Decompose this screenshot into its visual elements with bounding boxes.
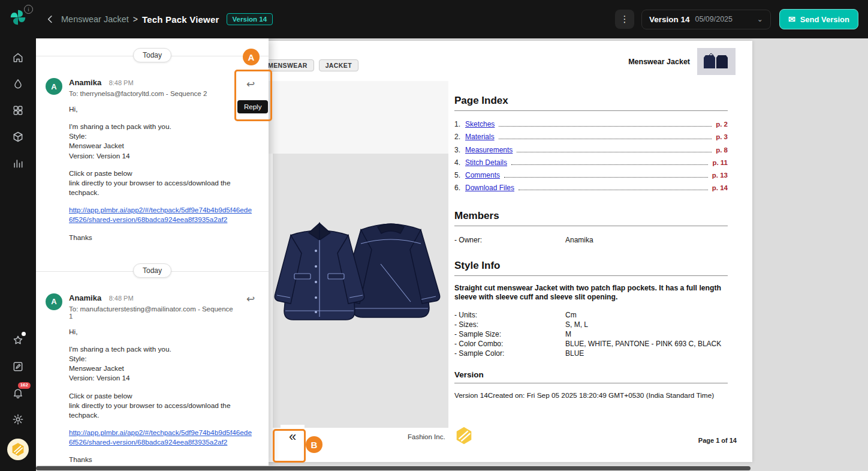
workspace-brand-logo[interactable] xyxy=(7,439,29,460)
top-header: Menswear Jacket > Tech Pack Viewer Versi… xyxy=(36,0,868,38)
materials-icon[interactable] xyxy=(7,73,29,95)
footer-company-name: Fashion Inc. xyxy=(408,433,445,440)
back-button[interactable] xyxy=(42,11,59,28)
send-version-button[interactable]: ✉ Send Version xyxy=(779,9,858,29)
page-indicator: Page 1 of 14 xyxy=(698,437,737,444)
techpack-document-page: MENSWEAR JACKET Menswear Jacket xyxy=(228,41,752,462)
page-index-row: 1. Sketches p. 2 xyxy=(454,120,728,133)
version-dropdown[interactable]: Version 14 05/09/2025 ⌄ xyxy=(641,10,771,29)
email-recipient: To: therrynelsa@factoryltd.com - Sequenc… xyxy=(69,90,237,97)
version-created-text: Version 14Created on: Fri Sep 05 2025 18… xyxy=(454,391,728,400)
owner-row: - Owner: Anamika xyxy=(454,235,728,245)
tag-list: MENSWEAR JACKET xyxy=(261,59,358,71)
index-link-stitch-details[interactable]: Stitch Details xyxy=(465,158,507,167)
email-body: Hi, I'm sharing a tech pack with you. St… xyxy=(69,104,255,242)
email-closing: Thanks xyxy=(69,233,255,242)
reply-icon: ↩ xyxy=(246,293,255,305)
email-paragraph: I'm sharing a tech pack with you. Style:… xyxy=(69,344,255,383)
style-field-row: - Color Combo: BLUE, WHITE, PANTONE - PI… xyxy=(454,339,728,349)
settings-gear-icon[interactable] xyxy=(7,408,29,431)
style-field-row: - Sample Color: BLUE xyxy=(454,349,728,358)
style-description: Straight cut menswear Jacket with two pa… xyxy=(454,284,728,302)
version-badge: Version 14 xyxy=(227,13,273,25)
email-recipient: To: manufacturerstesting@mailinator.com … xyxy=(69,305,237,320)
email-item: A Anamika 8:48 PM To: therrynelsa@factor… xyxy=(36,66,269,254)
jacket-sketch-image xyxy=(273,154,448,428)
notes-icon[interactable] xyxy=(7,355,29,378)
version-dropdown-date: 05/09/2025 xyxy=(695,15,733,23)
horizontal-scrollbar[interactable] xyxy=(36,466,751,470)
product-title: Menswear Jacket xyxy=(628,58,690,66)
products-package-icon[interactable] xyxy=(7,125,29,148)
index-link-comments[interactable]: Comments xyxy=(465,171,500,179)
footer-brand-logo xyxy=(454,425,474,448)
owner-value: Anamika xyxy=(565,235,728,245)
index-link-sketches[interactable]: Sketches xyxy=(465,120,495,128)
email-body: Hi, I'm sharing a tech pack with you. St… xyxy=(69,327,255,465)
send-version-label: Send Version xyxy=(800,15,849,24)
reply-button[interactable]: ↩ xyxy=(243,77,258,91)
members-heading: Members xyxy=(454,210,728,222)
page-index-list: 1. Sketches p. 2 2. Materials p. 3 3. Me… xyxy=(454,120,728,197)
page-index-row: 4. Stitch Details p. 11 xyxy=(454,158,728,171)
email-paragraph: I'm sharing a tech pack with you. Style:… xyxy=(69,122,255,161)
index-link-materials[interactable]: Materials xyxy=(465,133,495,141)
index-link-download-files[interactable]: Download Files xyxy=(465,184,514,192)
breadcrumb-current: Tech Pack Viewer xyxy=(142,14,219,25)
more-options-button[interactable]: ⋮ xyxy=(615,10,634,29)
version-dropdown-label: Version 14 xyxy=(649,15,690,24)
email-paragraph: Click or paste below link directly to yo… xyxy=(69,169,255,197)
chevron-down-icon: ⌄ xyxy=(757,15,763,23)
style-field-row: - Sizes: S, M, L xyxy=(454,320,728,329)
page-index-row: 2. Materials p. 3 xyxy=(454,133,728,145)
breadcrumb-separator: > xyxy=(133,14,138,24)
info-icon: i xyxy=(24,5,33,14)
email-paragraph: Click or paste below link directly to yo… xyxy=(69,391,255,420)
email-sender: Anamika xyxy=(69,293,101,302)
sidebar: i 162 xyxy=(0,0,36,471)
tag-menswear: MENSWEAR xyxy=(261,59,314,71)
notifications-badge: 162 xyxy=(18,382,31,389)
style-field-row: - Units: Cm xyxy=(454,310,728,320)
star-notification-dot xyxy=(22,332,26,336)
favorites-star-icon[interactable] xyxy=(7,329,29,352)
apps-grid-icon[interactable] xyxy=(7,99,29,122)
owner-label: - Owner: xyxy=(454,235,565,245)
collapse-panel-button[interactable]: « xyxy=(281,425,305,449)
date-divider: Today xyxy=(36,48,269,64)
email-paragraph: Hi, xyxy=(69,327,255,337)
envelope-icon: ✉ xyxy=(788,14,795,24)
page-index-row: 5. Comments p. 13 xyxy=(454,171,728,184)
page-index-heading: Page Index xyxy=(454,95,728,107)
avatar: A xyxy=(46,293,62,310)
home-icon[interactable] xyxy=(7,46,29,69)
index-link-measurements[interactable]: Measurements xyxy=(465,146,513,154)
annotation-label-a: A xyxy=(243,49,260,65)
reply-icon: ↩ xyxy=(246,78,255,91)
email-paragraph: Hi, xyxy=(69,104,255,114)
page-index-row: 3. Measurements p. 8 xyxy=(454,146,728,158)
style-info-heading: Style Info xyxy=(454,260,728,272)
tag-jacket: JACKET xyxy=(319,59,358,71)
breadcrumb-parent[interactable]: Menswear Jacket xyxy=(61,14,129,24)
avatar: A xyxy=(46,78,62,95)
email-time: 8:48 PM xyxy=(109,79,134,86)
email-history-panel: Today A Anamika 8:48 PM To: therrynelsa@… xyxy=(36,38,269,466)
notifications-bell-icon[interactable]: 162 xyxy=(7,382,29,404)
email-sender: Anamika xyxy=(69,78,101,87)
email-time: 8:48 PM xyxy=(109,295,134,302)
analytics-icon[interactable] xyxy=(7,152,29,175)
email-closing: Thanks xyxy=(69,455,255,464)
page-index-row: 6. Download Files p. 14 xyxy=(454,184,728,196)
reply-tooltip: Reply xyxy=(237,100,268,113)
sketch-background-top xyxy=(268,81,448,154)
techpack-share-link[interactable]: http://app.plmbr.ai/app2/#/techpack/5df9… xyxy=(69,428,255,447)
annotation-label-b: B xyxy=(306,436,323,453)
kebab-icon: ⋮ xyxy=(620,14,629,25)
style-field-row: - Sample Size: M xyxy=(454,329,728,339)
email-item: A Anamika 8:48 PM To: manufacturerstesti… xyxy=(36,281,269,466)
product-thumbnail xyxy=(697,48,736,75)
reply-button[interactable]: ↩ xyxy=(243,292,258,307)
techpack-share-link[interactable]: http://app.plmbr.ai/app2/#/techpack/5df9… xyxy=(69,205,255,224)
date-divider: Today xyxy=(36,263,269,279)
